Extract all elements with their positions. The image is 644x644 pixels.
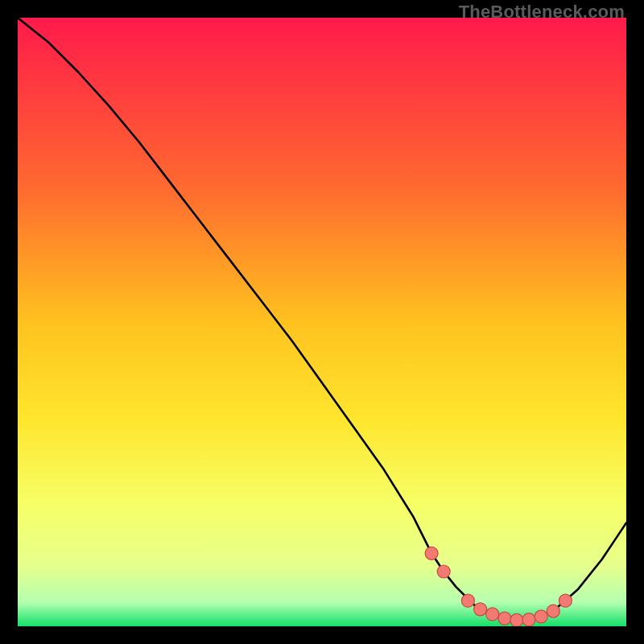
data-marker [474, 603, 487, 616]
data-marker [535, 610, 547, 623]
data-marker [510, 613, 523, 626]
gradient-background [18, 18, 626, 626]
data-marker [461, 594, 474, 607]
data-marker [486, 608, 499, 621]
data-marker [437, 565, 450, 578]
data-marker [522, 613, 535, 626]
data-marker [498, 612, 511, 625]
chart-svg [18, 18, 626, 626]
plot-area [18, 18, 626, 626]
data-marker [559, 594, 572, 607]
chart-frame: TheBottleneck.com [0, 0, 644, 644]
data-marker [425, 547, 438, 559]
data-marker [547, 605, 559, 617]
